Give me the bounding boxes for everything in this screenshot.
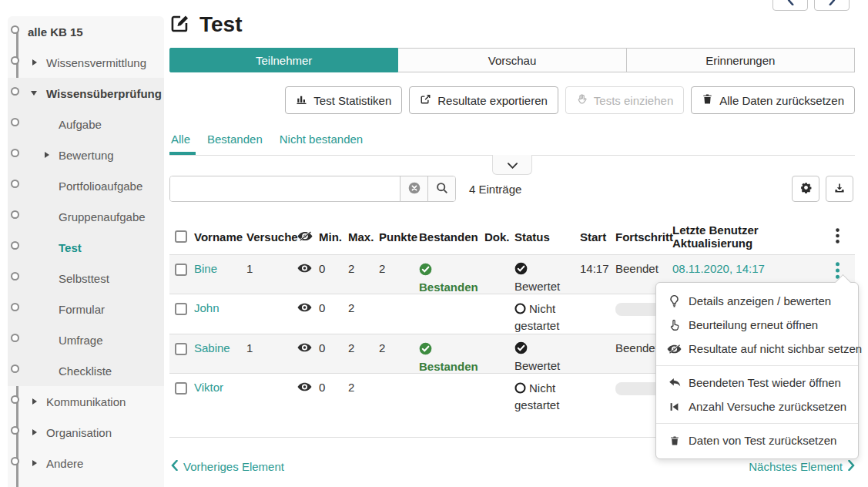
row-checkbox[interactable]	[175, 382, 187, 395]
sidebar-item-gruppenaufgabe[interactable]: Gruppenaufgabe	[8, 201, 164, 232]
sidebar-item-wissensueberpruefung[interactable]: Wissensüberprüfung	[8, 78, 164, 109]
sidebar-item-aufgabe[interactable]: Aufgabe	[8, 109, 164, 139]
status-label: Nicht gestartet	[514, 381, 576, 413]
participant-name-link[interactable]: Viktor	[194, 381, 223, 394]
participant-name-link[interactable]: John	[194, 301, 220, 314]
last-update-link[interactable]: 08.11.2020, 14:17	[672, 262, 765, 275]
filter-nicht-bestanden[interactable]: Nicht bestanden	[280, 133, 363, 146]
column-header-fortschritt[interactable]: Fortschritt	[615, 220, 672, 255]
sidebar-item-kommunikation[interactable]: Kommunikation	[8, 386, 164, 417]
menu-item-label: Details anzeigen / bewerten	[689, 294, 831, 307]
participant-name-link[interactable]: Sabine	[194, 341, 230, 354]
search-input[interactable]	[170, 176, 400, 201]
tree-node-icon	[11, 241, 19, 250]
sidebar-item-label: Andere	[46, 457, 83, 470]
start-cell	[580, 294, 615, 334]
menu-item-reset-test-data[interactable]: Daten von Test zurücksetzen	[656, 428, 858, 452]
sidebar-item-formular[interactable]: Formular	[8, 294, 164, 324]
test-statistics-button[interactable]: Test Statistiken	[285, 86, 402, 114]
collect-tests-button[interactable]: Tests einziehen	[565, 86, 684, 114]
table-header-row: Vorname Versuche Min. Max. Punkte Bestan…	[169, 220, 855, 255]
column-header-letzte-aktualisierung[interactable]: Letzte Benutzer Aktualisierung	[672, 220, 836, 255]
check-circle-green-icon	[419, 342, 483, 358]
sidebar-item-label: Bewertung	[59, 149, 114, 162]
column-header-min[interactable]: Min.	[319, 220, 348, 255]
tab-bar: Teilnehmer Vorschau Erinnerungen	[169, 48, 855, 72]
dok-cell	[484, 294, 514, 334]
max-cell: 2	[348, 374, 379, 414]
chevron-right-icon[interactable]	[32, 429, 37, 435]
participant-name-link[interactable]: Bine	[194, 262, 217, 275]
sidebar-item-alle-kb-15[interactable]: alle KB 15	[8, 16, 164, 47]
menu-item-hide-results[interactable]: Resultate auf nicht sichbar setzen	[656, 337, 858, 361]
menu-item-details[interactable]: Details anzeigen / bewerten	[656, 289, 858, 313]
chevron-down-icon[interactable]	[31, 91, 37, 96]
column-header-status[interactable]: Status	[514, 220, 580, 255]
start-cell	[580, 334, 615, 374]
chevron-right-icon[interactable]	[32, 59, 37, 65]
menu-item-reopen-assessment[interactable]: Beurteilung erneut öffnen	[656, 313, 858, 337]
row-checkbox[interactable]	[175, 303, 187, 315]
tab-teilnehmer[interactable]: Teilnehmer	[169, 48, 398, 72]
tab-erinnerungen[interactable]: Erinnerungen	[627, 48, 855, 72]
sidebar-item-organisation[interactable]: Organisation	[8, 417, 164, 448]
eye-icon[interactable]	[297, 341, 312, 354]
tab-label: Teilnehmer	[256, 54, 312, 67]
filter-alle[interactable]: Alle	[171, 133, 190, 146]
sidebar-item-checkliste[interactable]: Checkliste	[8, 355, 164, 386]
tree-node-icon	[11, 118, 19, 126]
min-cell: 0	[319, 294, 348, 334]
column-header-bestanden[interactable]: Bestanden	[419, 220, 484, 255]
table-download-button[interactable]	[826, 176, 853, 202]
menu-item-reopen-finished-test[interactable]: Beendeten Test wieder öffnen	[656, 371, 858, 395]
sidebar-item-test[interactable]: Test	[8, 232, 164, 263]
collapse-panel-button[interactable]	[492, 155, 532, 175]
eye-icon[interactable]	[297, 301, 312, 314]
column-header-max[interactable]: Max.	[348, 220, 379, 255]
sidebar-item-selbsttest[interactable]: Selbsttest	[8, 263, 164, 294]
row-checkbox[interactable]	[175, 343, 187, 355]
column-header-punkte[interactable]: Punkte	[379, 220, 419, 255]
column-settings-kebab-icon[interactable]	[836, 233, 840, 246]
undo-icon	[667, 378, 682, 388]
clear-search-button[interactable]	[400, 176, 427, 201]
sidebar-item-wissensvermittlung[interactable]: Wissensvermittlung	[8, 47, 164, 78]
attempts-cell: 1	[246, 255, 297, 294]
max-cell: 2	[348, 334, 379, 374]
column-header-vorname[interactable]: Vorname	[194, 220, 246, 255]
skip-back-icon	[667, 401, 682, 412]
filter-tabs: Alle Bestanden Nicht bestanden	[171, 133, 363, 146]
row-checkbox[interactable]	[175, 264, 187, 276]
sidebar-item-umfrage[interactable]: Umfrage	[8, 324, 164, 355]
next-element-link[interactable]: Nächstes Element	[749, 460, 855, 473]
select-all-checkbox[interactable]	[175, 230, 187, 243]
export-results-button[interactable]: Resultate exportieren	[409, 86, 558, 114]
chevron-right-icon[interactable]	[45, 152, 49, 158]
previous-element-label: Vorheriges Element	[183, 460, 284, 473]
tree-node-icon	[11, 457, 19, 465]
row-actions-context-menu: Details anzeigen / bewerten Beurteilung …	[655, 282, 859, 459]
chevron-right-icon[interactable]	[32, 398, 37, 405]
sidebar-item-portfolioaufgabe[interactable]: Portfolioaufgabe	[8, 170, 164, 201]
reset-all-data-button[interactable]: Alle Daten zurücksetzen	[691, 86, 855, 114]
filter-bestanden[interactable]: Bestanden	[207, 133, 263, 146]
button-label: Test Statistiken	[313, 94, 391, 107]
check-circle-black-icon	[514, 341, 578, 357]
export-icon	[420, 93, 431, 107]
menu-item-reset-attempts[interactable]: Anzahl Versuche zurücksetzen	[656, 395, 858, 418]
column-header-versuche[interactable]: Versuche	[246, 220, 297, 255]
eye-icon[interactable]	[297, 262, 312, 275]
sidebar-item-bewertung[interactable]: Bewertung	[8, 139, 164, 170]
column-header-dok[interactable]: Dok.	[484, 220, 514, 255]
table-settings-button[interactable]	[792, 176, 819, 202]
search-submit-button[interactable]	[427, 176, 455, 201]
chevron-right-icon[interactable]	[32, 460, 37, 466]
tree-node-icon	[11, 149, 19, 157]
column-header-start[interactable]: Start	[580, 220, 615, 255]
chevron-right-icon	[848, 460, 855, 473]
eye-icon[interactable]	[297, 381, 312, 394]
table-controls-row: 4 Einträge	[169, 176, 855, 202]
previous-element-link[interactable]: Vorheriges Element	[171, 460, 284, 473]
sidebar-item-andere[interactable]: Andere	[8, 448, 164, 479]
tab-vorschau[interactable]: Vorschau	[398, 48, 626, 72]
